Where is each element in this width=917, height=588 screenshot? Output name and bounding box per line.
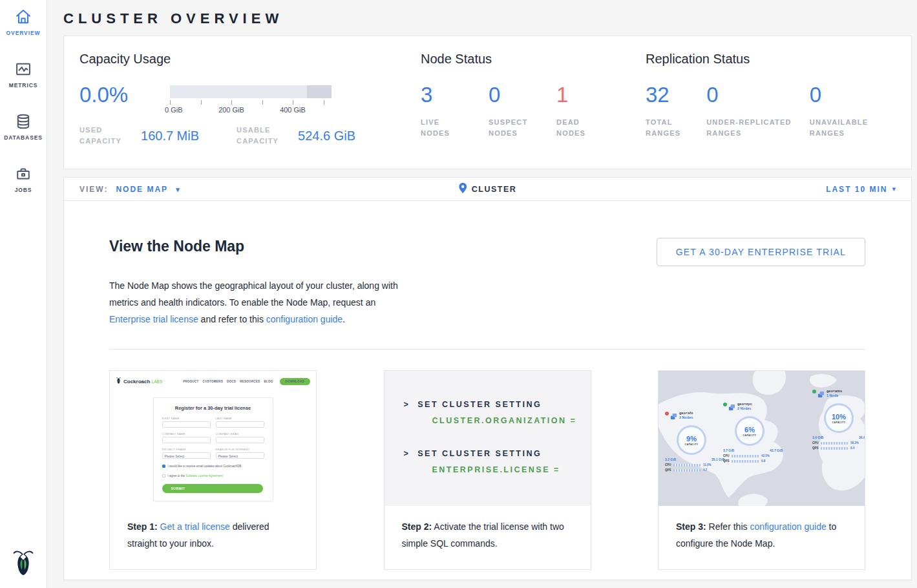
capacity-usage-section: Capacity Usage 0.0% 0 GiB 200 GiB 400 Gi… xyxy=(79,52,421,169)
view-bar: VIEW: NODE MAP ▾ CLUSTER LAST 10 MIN ▾ xyxy=(63,177,912,201)
node-map-panel: View the Node Map GET A 30-DAY ENTERPRIS… xyxy=(63,201,912,580)
capacity-ring: 6% CAPACITY xyxy=(735,416,764,446)
sidebar-item-metrics[interactable]: METRICS xyxy=(9,60,38,89)
mini-checkbox-checked xyxy=(162,465,165,468)
node-cube-icon xyxy=(670,411,677,423)
node-map-description: The Node Map shows the geographical layo… xyxy=(109,277,413,328)
cluster-summary-card: Capacity Usage 0.0% 0 GiB 200 GiB 400 Gi… xyxy=(63,36,912,169)
sql-setting: CLUSTER.ORGANIZATION = xyxy=(432,416,591,425)
node-status-title: Node Status xyxy=(421,52,646,67)
mini-download-button: DOWNLOAD xyxy=(280,378,310,385)
sidebar-item-label: DATABASES xyxy=(4,134,43,141)
metrics-icon xyxy=(14,60,32,78)
mini-form-title: Register for a 30-day trial license xyxy=(162,405,264,411)
breadcrumb-cluster: CLUSTER xyxy=(472,185,517,194)
capacity-used-percent: 0.0% xyxy=(79,84,143,105)
sql-setting: ENTERPRISE.LICENSE = xyxy=(432,465,591,474)
live-nodes-stat: 3 LIVENODES xyxy=(421,84,489,139)
step2-card: > SET CLUSTER SETTING CLUSTER.ORGANIZATI… xyxy=(384,370,591,570)
chevron-down-icon: ▾ xyxy=(892,185,896,193)
node-cube-icon xyxy=(817,389,825,401)
step1-screenshot: Cockroach LABS PRODUCTCUSTOMERSDOCSRESOU… xyxy=(110,371,316,506)
total-ranges-stat: 32 TOTALRANGES xyxy=(646,84,706,139)
sidebar-item-jobs[interactable]: JOBS xyxy=(14,165,32,193)
suspect-nodes-stat: 0 SUSPECTNODES xyxy=(489,84,556,139)
location-pin-icon xyxy=(459,183,467,196)
live-node-dot-icon xyxy=(812,390,816,394)
section-divider xyxy=(109,349,865,350)
gauge-tick-label: 0 GiB xyxy=(165,106,183,114)
sidebar: OVERVIEW METRICS DATABASES xyxy=(0,0,47,588)
step2-caption: Step 2: Activate the trial license with … xyxy=(385,506,591,569)
map-node-sfo: geo=sfo2 Nodes 9% CAPACITY 3.2 GiB35.1 G… xyxy=(665,411,724,472)
get-trial-license-link[interactable]: Get a trial license xyxy=(160,521,230,532)
capacity-gauge-ticks xyxy=(170,100,332,106)
node-map-preview: geo=sfo2 Nodes 9% CAPACITY 3.2 GiB35.1 G… xyxy=(659,371,865,506)
capacity-ring: 10% CAPACITY xyxy=(824,403,854,433)
usable-capacity-value: 524.6 GiB xyxy=(298,129,355,143)
sidebar-item-label: METRICS xyxy=(9,82,38,89)
map-node-nyc: geo=nyc2 Nodes 6% CAPACITY 3.7 GiB43.7 G… xyxy=(723,402,783,463)
mini-checkbox-unchecked xyxy=(162,474,165,478)
used-capacity-label: USEDCAPACITY xyxy=(79,125,121,147)
time-range-selector[interactable]: LAST 10 MIN ▾ xyxy=(826,185,896,194)
sql-command: > SET CLUSTER SETTING xyxy=(404,400,591,409)
usable-capacity-label: USABLECAPACITY xyxy=(237,125,279,147)
node-status-section: Node Status 3 LIVENODES 0 SUSPECTNODES 1… xyxy=(421,52,646,169)
configuration-guide-link[interactable]: configuration guide xyxy=(750,521,826,532)
enterprise-trial-button[interactable]: GET A 30-DAY ENTERPRISE TRIAL xyxy=(657,238,865,266)
step1-caption: Step 1: Get a trial license delivered st… xyxy=(110,506,316,569)
sidebar-item-overview[interactable]: OVERVIEW xyxy=(6,8,41,36)
cockroachdb-logo xyxy=(12,548,35,580)
cockroach-labs-logo-icon xyxy=(116,375,121,387)
enterprise-trial-license-link[interactable]: Enterprise trial license xyxy=(109,314,198,324)
sidebar-item-databases[interactable]: DATABASES xyxy=(4,112,43,141)
sql-command: > SET CLUSTER SETTING xyxy=(404,449,591,458)
capacity-ring: 9% CAPACITY xyxy=(677,425,706,455)
sidebar-item-label: OVERVIEW xyxy=(6,30,41,36)
step2-code-snippet: > SET CLUSTER SETTING CLUSTER.ORGANIZATI… xyxy=(385,371,591,506)
chevron-down-icon: ▾ xyxy=(176,185,181,193)
home-icon xyxy=(14,8,32,26)
under-replicated-ranges-stat: 0 UNDER-REPLICATEDRANGES xyxy=(706,84,810,139)
dead-node-dot-icon xyxy=(665,412,669,415)
page-title: CLUSTER OVERVIEW xyxy=(63,0,912,36)
node-cube-icon xyxy=(728,402,735,414)
mini-site-brand: Cockroach LABS xyxy=(123,379,162,384)
unavailable-ranges-stat: 0 UNAVAILABLERANGES xyxy=(810,84,870,139)
dead-nodes-stat: 1 DEADNODES xyxy=(556,84,624,139)
mini-submit-button: SUBMIT xyxy=(162,484,263,493)
sidebar-item-label: JOBS xyxy=(15,187,32,193)
mini-trial-form: Register for a 30-day trial license FIRS… xyxy=(153,397,273,501)
step1-card: Cockroach LABS PRODUCTCUSTOMERSDOCSRESOU… xyxy=(109,370,317,570)
replication-status-section: Replication Status 32 TOTALRANGES 0 UNDE… xyxy=(646,52,870,169)
step3-card: geo=sfo2 Nodes 9% CAPACITY 3.2 GiB35.1 G… xyxy=(658,370,865,570)
databases-icon xyxy=(14,112,32,131)
live-node-dot-icon xyxy=(723,403,727,406)
gauge-tick-label: 200 GiB xyxy=(218,106,244,114)
node-map-heading: View the Node Map xyxy=(109,238,244,255)
step3-caption: Step 3: Refer this configuration guide t… xyxy=(659,506,865,569)
used-capacity-value: 160.7 MiB xyxy=(141,129,199,143)
configuration-guide-link[interactable]: configuration guide xyxy=(266,314,343,324)
gauge-tick-label: 400 GiB xyxy=(280,106,306,114)
capacity-gauge-bar xyxy=(170,85,332,98)
capacity-gauge: 0 GiB 200 GiB 400 GiB xyxy=(170,84,332,116)
jobs-icon xyxy=(14,165,32,183)
capacity-usage-title: Capacity Usage xyxy=(79,52,421,67)
view-label: VIEW: xyxy=(79,185,108,194)
mini-site-nav: PRODUCTCUSTOMERSDOCSRESOURCESBLOG DOWNLO… xyxy=(183,378,310,385)
main-content: CLUSTER OVERVIEW Capacity Usage 0.0% 0 G… xyxy=(47,0,917,580)
view-selector[interactable]: NODE MAP ▾ xyxy=(116,185,180,194)
map-node-ams: geo=ams1 Node 10% CAPACITY 3.6 GiB36.6 G… xyxy=(812,389,865,450)
replication-status-title: Replication Status xyxy=(646,52,870,67)
